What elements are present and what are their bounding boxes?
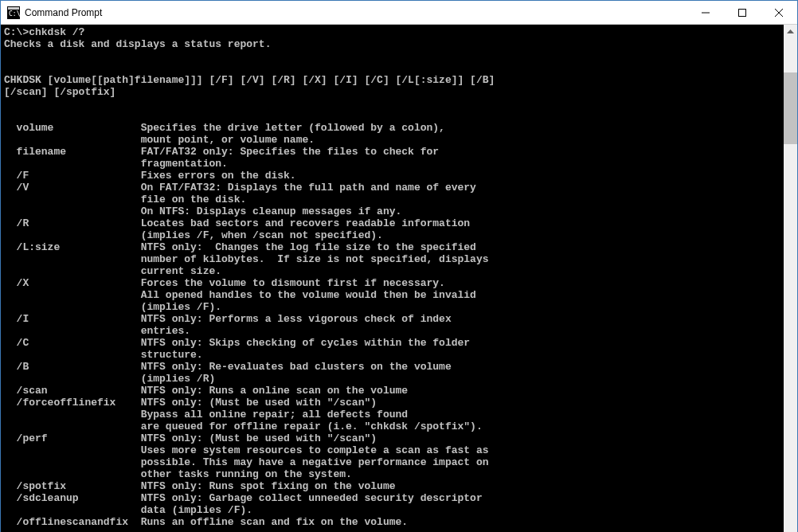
close-button[interactable]	[761, 1, 797, 24]
line: Bypass all online repair; all defects fo…	[4, 409, 408, 421]
line: /X Forces the volume to dismount first i…	[4, 277, 445, 289]
minimize-button[interactable]	[687, 1, 724, 24]
line: structure.	[4, 349, 203, 361]
line: fragmentation.	[4, 158, 228, 170]
line: /forceofflinefix NTFS only: (Must be use…	[4, 397, 377, 409]
vertical-scrollbar[interactable]	[784, 25, 797, 532]
titlebar[interactable]: C:\ Command Prompt	[1, 1, 797, 25]
line: /B NTFS only: Re-evaluates bad clusters …	[4, 361, 452, 373]
line: /offlinescanandfix Runs an offline scan …	[4, 516, 408, 528]
line: /sdcleanup NTFS only: Garbage collect un…	[4, 492, 483, 504]
line: are queued for offline repair (i.e. "chk…	[4, 421, 483, 432]
line: /F Fixes errors on the disk.	[4, 170, 296, 182]
line: possible. This may have a negative perfo…	[4, 456, 489, 468]
line: /V On FAT/FAT32: Displays the full path …	[4, 182, 476, 194]
line: number of kilobytes. If size is not spec…	[4, 253, 489, 265]
scroll-up-button[interactable]	[784, 25, 797, 38]
line: current size.	[4, 265, 221, 277]
scroll-thumb[interactable]	[784, 72, 797, 144]
line: /L:size NTFS only: Changes the log file …	[4, 241, 476, 253]
line: file on the disk.	[4, 194, 246, 205]
line: All opened handles to the volume would t…	[4, 289, 476, 301]
line: mount point, or volume name.	[4, 134, 315, 146]
line: entries.	[4, 325, 190, 337]
line: /C NTFS only: Skips checking of cycles w…	[4, 337, 470, 349]
line: On NTFS: Displays cleanup messages if an…	[4, 205, 401, 217]
terminal-area: C:\>chkdsk /? Checks a disk and displays…	[1, 25, 797, 532]
window-title: Command Prompt	[25, 7, 102, 18]
line: Checks a disk and displays a status repo…	[4, 38, 271, 50]
line: data (implies /F).	[4, 504, 252, 516]
line: Uses more system resources to complete a…	[4, 444, 489, 456]
terminal-output[interactable]: C:\>chkdsk /? Checks a disk and displays…	[1, 25, 784, 532]
svg-rect-1	[8, 7, 19, 10]
maximize-button[interactable]	[724, 1, 761, 24]
line: filename FAT/FAT32 only: Specifies the f…	[4, 146, 439, 158]
line: (implies /R)	[4, 373, 215, 385]
line: /perf NTFS only: (Must be used with "/sc…	[4, 432, 377, 444]
svg-rect-4	[739, 9, 746, 16]
line: (implies /F).	[4, 301, 221, 313]
line: CHKDSK [volume[[path]filename]]] [/F] [/…	[4, 74, 495, 86]
cmd-icon: C:\	[7, 6, 20, 19]
line: /scan NTFS only: Runs a online scan on t…	[4, 385, 408, 397]
line: (implies /F, when /scan not specified).	[4, 229, 383, 241]
line: /I NTFS only: Performs a less vigorous c…	[4, 313, 452, 325]
svg-text:C:\: C:\	[9, 10, 20, 18]
line: C:\>chkdsk /?	[4, 26, 84, 38]
window-frame: C:\ Command Prompt C:\>chkdsk /? Checks …	[0, 0, 798, 532]
line: /R Locates bad sectors and recovers read…	[4, 217, 470, 229]
line: volume Specifies the drive letter (follo…	[4, 122, 445, 134]
line: other tasks running on the system.	[4, 468, 352, 480]
line: /spotfix NTFS only: Runs spot fixing on …	[4, 480, 395, 492]
line: [/scan] [/spotfix]	[4, 86, 115, 98]
